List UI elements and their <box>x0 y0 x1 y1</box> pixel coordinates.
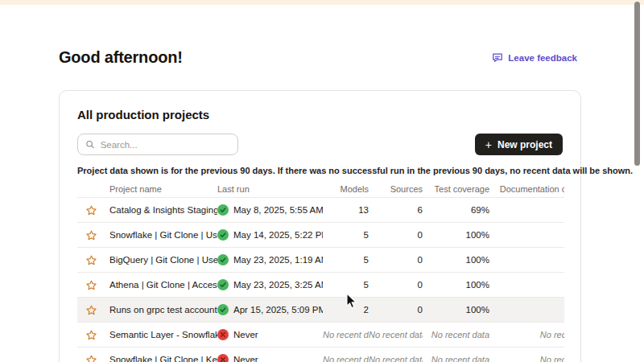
header-last-run: Last run <box>217 184 323 194</box>
models-cell: No recent data <box>323 330 369 339</box>
favorite-star-button[interactable] <box>77 279 109 291</box>
test-coverage-cell: 69% <box>423 205 489 215</box>
project-name-link[interactable]: BigQuery | Git Clone | User... <box>109 255 217 265</box>
error-x-icon <box>217 329 229 340</box>
last-run-text: Apr 15, 2025, 5:09 PM BST <box>233 305 323 315</box>
models-cell: 2 <box>323 305 369 315</box>
page-title: Good afternoon! <box>59 48 183 67</box>
success-check-icon <box>217 204 229 216</box>
project-name-link[interactable]: Catalog & Insights Staging... <box>109 205 217 215</box>
last-run-text: May 8, 2025, 5:55 AM BST <box>233 205 323 215</box>
favorite-star-button[interactable] <box>77 229 109 241</box>
models-cell: No recent data <box>323 355 369 362</box>
documentation-coverage-cell: No recent data <box>489 330 564 339</box>
success-check-icon <box>217 304 229 315</box>
scrollbar-thumb[interactable] <box>634 2 640 166</box>
last-run-cell: May 23, 2025, 3:25 AM BST <box>217 279 323 290</box>
table-row[interactable]: Semantic Layer - SnowflakeNeverNo recent… <box>77 323 564 348</box>
header-project-name: Project name <box>109 184 217 194</box>
new-project-button[interactable]: + New project <box>475 134 563 155</box>
error-x-icon <box>217 354 229 362</box>
project-name-cell: Athena | Git Clone | Acces... <box>109 280 217 290</box>
star-icon <box>85 354 97 362</box>
sources-cell: No recent data <box>369 330 423 339</box>
last-run-cell: May 14, 2025, 5:22 PM BST <box>217 229 323 241</box>
star-icon <box>85 279 97 291</box>
star-icon <box>85 329 97 341</box>
table-row[interactable]: Catalog & Insights Staging...May 8, 2025… <box>77 198 564 223</box>
models-cell: 5 <box>323 255 369 265</box>
sources-cell: No recent data <box>369 355 423 362</box>
table-row[interactable]: Athena | Git Clone | Acces...May 23, 202… <box>77 273 564 298</box>
favorite-star-button[interactable] <box>77 204 109 216</box>
last-run-cell: Apr 15, 2025, 5:09 PM BST <box>217 304 323 315</box>
documentation-coverage-cell: No recent data <box>489 355 564 362</box>
search-input[interactable] <box>101 140 230 150</box>
table-body: Catalog & Insights Staging...May 8, 2025… <box>77 198 564 362</box>
last-run-text: May 23, 2025, 1:19 AM BST <box>233 255 323 265</box>
project-name-cell: Catalog & Insights Staging... <box>109 205 217 215</box>
header-sources: Sources <box>369 184 423 194</box>
test-coverage-cell: 100% <box>423 255 489 265</box>
project-name-link[interactable]: Snowflake | Git Clone | Use... <box>109 230 217 240</box>
header-test-coverage: Test coverage <box>423 184 489 194</box>
favorite-star-button[interactable] <box>77 254 109 266</box>
projects-table: Project name Last run Models Sources Tes… <box>77 183 564 362</box>
table-row[interactable]: Snowflake | Git Clone | Key...NeverNo re… <box>77 348 564 362</box>
success-check-icon <box>217 229 229 241</box>
project-name-link[interactable]: Snowflake | Git Clone | Key... <box>109 355 217 362</box>
search-box[interactable] <box>77 134 238 155</box>
last-run-text: Never <box>233 355 258 362</box>
table-row[interactable]: BigQuery | Git Clone | User...May 23, 20… <box>77 248 564 273</box>
project-name-link[interactable]: Runs on grpc test account <box>109 305 217 315</box>
models-cell: 5 <box>323 280 369 290</box>
sources-cell: 6 <box>369 205 423 215</box>
data-range-note: Project data shown is for the previous 9… <box>77 166 563 176</box>
test-coverage-cell: No recent data <box>423 355 489 362</box>
project-name-cell: Runs on grpc test account <box>109 305 217 315</box>
project-name-cell: BigQuery | Git Clone | User... <box>109 255 217 265</box>
last-run-cell: Never <box>217 329 323 340</box>
last-run-cell: May 23, 2025, 1:19 AM BST <box>217 254 323 265</box>
card-title: All production projects <box>77 108 563 122</box>
project-name-cell: Snowflake | Git Clone | Key... <box>109 355 217 362</box>
header-models: Models <box>323 184 369 194</box>
models-cell: 13 <box>323 205 369 215</box>
favorite-star-button[interactable] <box>77 329 109 341</box>
favorite-star-button[interactable] <box>77 304 109 316</box>
project-name-link[interactable]: Athena | Git Clone | Acces... <box>109 280 217 290</box>
header-documentation-coverage: Documentation coverage <box>489 184 564 194</box>
success-check-icon <box>217 254 229 265</box>
table-row[interactable]: Runs on grpc test accountApr 15, 2025, 5… <box>77 298 564 323</box>
toolbar: + New project <box>77 134 563 155</box>
table-row[interactable]: Snowflake | Git Clone | Use...May 14, 20… <box>77 223 564 248</box>
project-name-cell: Semantic Layer - Snowflake <box>109 330 217 339</box>
star-icon <box>85 229 97 241</box>
project-name-cell: Snowflake | Git Clone | Use... <box>109 230 217 240</box>
last-run-cell: Never <box>217 354 323 362</box>
models-cell: 5 <box>323 230 369 240</box>
feedback-icon <box>492 52 503 64</box>
sources-cell: 0 <box>369 305 423 315</box>
projects-card: All production projects + New project Pr… <box>59 90 581 362</box>
page-header: Good afternoon! Leave feedback <box>59 48 577 67</box>
star-icon <box>85 204 97 216</box>
last-run-text: May 14, 2025, 5:22 PM BST <box>233 230 323 240</box>
project-name-link[interactable]: Semantic Layer - Snowflake <box>109 330 217 339</box>
test-coverage-cell: No recent data <box>423 330 489 339</box>
last-run-text: Never <box>233 330 258 339</box>
success-check-icon <box>217 279 229 290</box>
star-icon <box>85 254 97 266</box>
sources-cell: 0 <box>369 255 423 265</box>
plus-icon: + <box>485 139 492 150</box>
test-coverage-cell: 100% <box>423 280 489 290</box>
favorite-star-button[interactable] <box>77 354 109 362</box>
new-project-label: New project <box>497 139 552 150</box>
sources-cell: 0 <box>369 230 423 240</box>
environment-banner <box>0 0 644 5</box>
star-icon <box>85 304 97 316</box>
leave-feedback-link[interactable]: Leave feedback <box>492 52 577 64</box>
sources-cell: 0 <box>369 280 423 290</box>
search-icon <box>85 139 95 150</box>
page-scrollbar[interactable] <box>633 0 644 362</box>
